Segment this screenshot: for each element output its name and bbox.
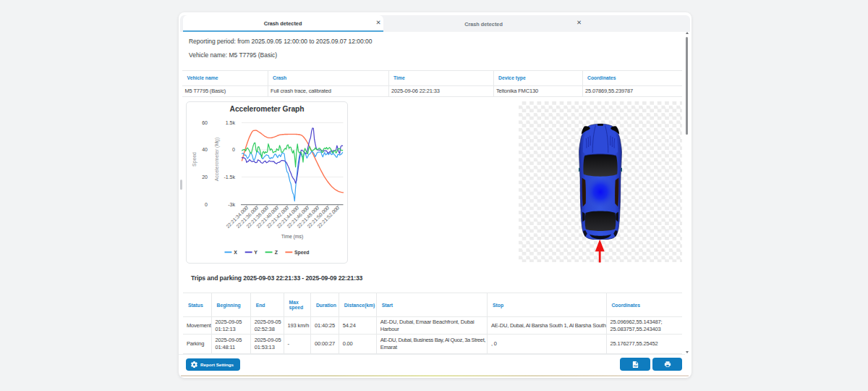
svg-text:60: 60 (202, 120, 208, 125)
svg-text:PDF: PDF (633, 364, 637, 367)
svg-text:Speed: Speed (294, 250, 310, 256)
svg-text:1.5k: 1.5k (226, 120, 236, 125)
svg-text:Y: Y (254, 250, 258, 255)
svg-text:Accelerometer (Mg): Accelerometer (Mg) (214, 138, 220, 182)
svg-text:-3k: -3k (228, 202, 235, 207)
svg-text:Time (ms): Time (ms) (281, 234, 303, 240)
svg-text:Speed: Speed (192, 152, 197, 167)
svg-text:20: 20 (202, 175, 208, 180)
svg-text:Z: Z (275, 250, 278, 255)
svg-text:-1.5k: -1.5k (224, 175, 235, 180)
svg-text:40: 40 (202, 147, 208, 152)
svg-text:0: 0 (232, 147, 235, 152)
svg-text:Accelerometer Graph: Accelerometer Graph (230, 105, 305, 113)
svg-text:0: 0 (205, 202, 208, 207)
svg-text:X: X (234, 250, 237, 255)
